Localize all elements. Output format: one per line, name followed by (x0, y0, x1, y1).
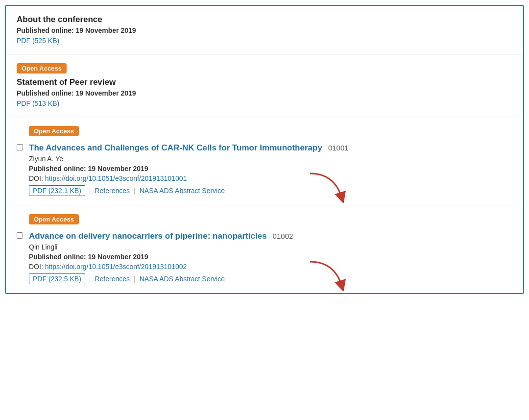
article-2-nasa-link[interactable]: NASA ADS Abstract Service (140, 275, 225, 283)
article-1-references-link[interactable]: References (95, 187, 130, 195)
article-1-separator-1: | (89, 187, 91, 195)
main-container: About the conference Published online: 1… (5, 5, 524, 294)
article-2-author: Qin Lingli (29, 243, 512, 251)
article-1-doi-label: DOI: (29, 174, 43, 182)
article-1-doi-link[interactable]: https://doi.org/10.1051/e3sconf/20191310… (45, 174, 187, 182)
article-1-checkbox[interactable] (17, 144, 23, 150)
article-1-content: Open Access The Advances and Challenges … (29, 126, 512, 196)
article-row-1: Open Access The Advances and Challenges … (6, 117, 523, 205)
peer-review-pdf-link[interactable]: PDF (513 KB) (17, 99, 59, 107)
article-1-number: 01001 (328, 144, 349, 152)
article-1-doi-row: DOI: https://doi.org/10.1051/e3sconf/201… (29, 174, 512, 182)
article-1-published: Published online: 19 November 2019 (29, 165, 512, 173)
article-2-separator-2: | (134, 275, 136, 283)
article-2-pdf-link[interactable]: PDF (232.5 KB) (29, 273, 85, 284)
article-2-title[interactable]: Advance on delivery nanocarriers of pipe… (29, 231, 267, 241)
article-2-published: Published online: 19 November 2019 (29, 253, 512, 261)
article-1-checkbox-col (17, 144, 23, 152)
article-1-title[interactable]: The Advances and Challenges of CAR-NK Ce… (29, 143, 322, 153)
article-2-content: Open Access Advance on delivery nanocarr… (29, 214, 512, 284)
article-2-number: 01002 (273, 232, 293, 240)
peer-review-section: Open Access Statement of Peer review Pub… (6, 54, 523, 117)
open-access-badge-article-2: Open Access (29, 214, 79, 224)
open-access-badge-article-1: Open Access (29, 126, 79, 136)
peer-review-published: Published online: 19 November 2019 (17, 89, 512, 97)
article-2-doi-row: DOI: https://doi.org/10.1051/e3sconf/201… (29, 263, 512, 271)
article-row-2: Open Access Advance on delivery nanocarr… (6, 205, 523, 293)
about-conference-section: About the conference Published online: 1… (6, 6, 523, 54)
peer-review-title: Statement of Peer review (17, 77, 512, 87)
article-1-links-row: PDF (232.1 KB) | References | NASA ADS A… (29, 185, 512, 196)
article-2-doi-link[interactable]: https://doi.org/10.1051/e3sconf/20191310… (45, 263, 187, 271)
article-2-title-row: Advance on delivery nanocarriers of pipe… (29, 231, 512, 241)
article-1-pdf-link[interactable]: PDF (232.1 KB) (29, 185, 85, 196)
article-2-separator-1: | (89, 275, 91, 283)
article-2-checkbox-col (17, 232, 23, 241)
about-conference-published: Published online: 19 November 2019 (17, 26, 512, 34)
article-2-references-link[interactable]: References (95, 275, 130, 283)
article-1-author: Ziyun A. Ye (29, 155, 512, 163)
about-conference-title: About the conference (17, 15, 512, 25)
article-1-separator-2: | (134, 187, 136, 195)
article-1-title-row: The Advances and Challenges of CAR-NK Ce… (29, 143, 512, 153)
open-access-badge-peer-review: Open Access (17, 63, 67, 74)
article-2-checkbox[interactable] (17, 232, 23, 239)
article-1-nasa-link[interactable]: NASA ADS Abstract Service (140, 187, 225, 195)
about-conference-pdf-link[interactable]: PDF (525 KB) (17, 37, 59, 45)
article-2-doi-label: DOI: (29, 263, 43, 271)
article-2-links-row: PDF (232.5 KB) | References | NASA ADS A… (29, 273, 512, 284)
